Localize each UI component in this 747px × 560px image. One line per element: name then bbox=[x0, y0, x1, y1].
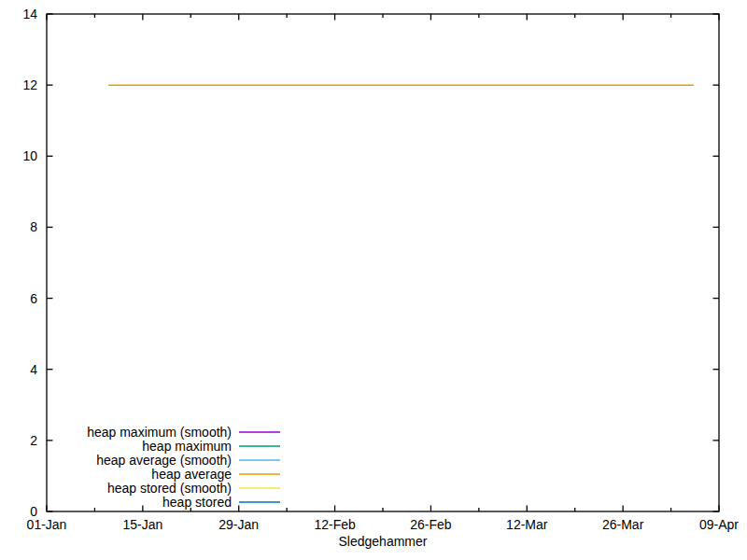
x-axis-title: Sledgehammer bbox=[47, 534, 719, 549]
x-tick-label: 12-Feb bbox=[314, 517, 356, 532]
y-tick-label: 6 bbox=[30, 291, 37, 306]
y-tick-label: 12 bbox=[22, 77, 37, 92]
x-tick-label: 12-Mar bbox=[506, 517, 548, 532]
legend-label-heap-maximum: heap maximum bbox=[142, 439, 232, 454]
legend-label-heap-average: heap average bbox=[151, 467, 232, 482]
y-tick-label: 10 bbox=[22, 148, 37, 163]
legend-label-heap-maximum-smooth: heap maximum (smooth) bbox=[87, 425, 232, 440]
legend-label-heap-stored-smooth: heap stored (smooth) bbox=[107, 481, 232, 496]
legend-label-heap-stored: heap stored bbox=[162, 495, 232, 510]
x-tick-label: 15-Jan bbox=[122, 517, 162, 532]
y-tick-label: 14 bbox=[22, 7, 37, 21]
chart-canvas: 01-Jan15-Jan29-Jan12-Feb26-Feb12-Mar26-M… bbox=[0, 0, 747, 560]
x-tick-label: 26-Mar bbox=[602, 517, 644, 532]
x-tick-label: 01-Jan bbox=[27, 517, 67, 532]
y-tick-label: 0 bbox=[30, 504, 37, 519]
x-tick-label: 29-Jan bbox=[218, 517, 259, 532]
figure: 01-Jan15-Jan29-Jan12-Feb26-Feb12-Mar26-M… bbox=[0, 0, 747, 560]
legend-label-heap-average-smooth: heap average (smooth) bbox=[96, 453, 232, 468]
x-tick-label: 09-Apr bbox=[699, 517, 739, 532]
y-tick-label: 8 bbox=[30, 219, 37, 234]
y-tick-label: 2 bbox=[30, 433, 37, 448]
x-tick-label: 26-Feb bbox=[410, 517, 452, 532]
y-tick-label: 4 bbox=[30, 362, 37, 377]
